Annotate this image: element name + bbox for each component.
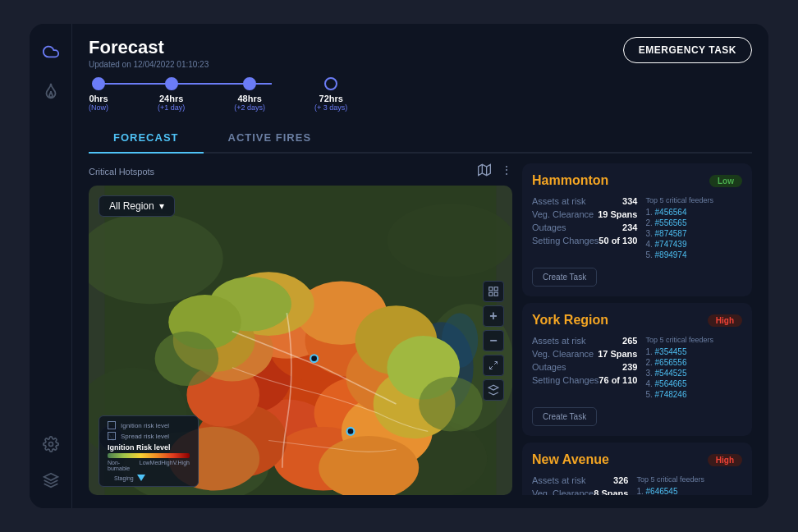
- map-legend: Ignition risk level Spread risk level Ig…: [99, 415, 199, 487]
- feeders-title-hammonton: Top 5 critical feeders: [645, 196, 742, 204]
- sidebar-settings-icon[interactable]: [39, 433, 62, 456]
- body-area: Critical Hotspots ⋮: [89, 163, 752, 495]
- timeline: 0hrs (Now) 24hrs (+1 day) 48hrs: [89, 77, 347, 112]
- timeline-label-2: 48hrs: [237, 94, 261, 103]
- card-body-avenue: Assets at risk 326 Veg. Clearance 8 Span…: [532, 475, 742, 495]
- svg-rect-49: [494, 292, 498, 296]
- create-task-hammonton[interactable]: Create Task: [532, 268, 597, 287]
- card-header-avenue: New Avenue High: [532, 452, 742, 467]
- stat-assets-hammonton: Assets at risk 334: [532, 196, 637, 206]
- sidebar-bottom: [39, 433, 62, 492]
- right-panel: Hammonton Low Assets at risk 334 Veg. Cl…: [522, 163, 752, 495]
- timeline-dot-3[interactable]: [324, 77, 337, 90]
- timeline-sub-2: (+2 days): [234, 103, 265, 112]
- grad-vhigh: V.High: [173, 460, 190, 471]
- grad-nonburnable: Non-burnable: [108, 460, 140, 471]
- badge-avenue: High: [708, 454, 742, 466]
- feeder-4-york: 4. #564665: [645, 379, 742, 388]
- sidebar-icon-cloud[interactable]: [39, 40, 62, 63]
- grad-high: High: [161, 460, 172, 471]
- tab-active-fires[interactable]: ACTIVE FIRES: [204, 123, 337, 154]
- timeline-label-1: 24hrs: [159, 94, 183, 103]
- feeders-title-york: Top 5 critical feeders: [645, 336, 742, 344]
- card-stats-york: Assets at risk 265 Veg. Clearance 17 Spa…: [532, 336, 637, 394]
- timeline-label-3: 72hrs: [319, 94, 343, 103]
- feeder-num: 4.: [645, 240, 654, 249]
- hotspot-card-york: York Region High Assets at risk 265 Veg.…: [522, 303, 752, 436]
- svg-marker-52: [488, 385, 498, 390]
- ignition-risk-title: Ignition Risk level: [108, 443, 190, 452]
- card-title-hammonton: Hammonton: [532, 173, 608, 188]
- svg-marker-2: [479, 164, 491, 175]
- stat-setting-hammonton: Setting Changes 50 of 130: [532, 236, 637, 245]
- timeline-dot-0[interactable]: [92, 77, 105, 90]
- card-body-hammonton: Assets at risk 334 Veg. Clearance 19 Spa…: [532, 196, 742, 261]
- zoom-in-button[interactable]: +: [483, 305, 504, 327]
- layers-map-button[interactable]: [483, 379, 504, 401]
- legend-spread-row: Spread risk level: [108, 432, 190, 440]
- feeder-1-avenue: 1. #646545: [636, 487, 742, 495]
- tab-forecast[interactable]: FORECAST: [89, 123, 204, 154]
- legend-spread-checkbox[interactable]: [108, 432, 116, 440]
- card-title-avenue: New Avenue: [532, 452, 609, 467]
- fullscreen-button[interactable]: [483, 355, 504, 376]
- timeline-sub-1: (+1 day): [158, 103, 185, 112]
- more-icon[interactable]: ⋮: [501, 163, 512, 179]
- header-left: Forecast Updated on 12/04/2022 01:10:23 …: [89, 37, 347, 112]
- gradient-bar: [108, 453, 190, 458]
- svg-rect-47: [494, 287, 498, 290]
- stat-outages-york: Outages 239: [532, 362, 637, 372]
- svg-point-40: [419, 377, 483, 432]
- stat-veg-hammonton: Veg. Clearance 19 Spans: [532, 209, 637, 219]
- staging-arrow: [137, 475, 145, 481]
- legend-ignition-label: Ignition risk level: [121, 422, 169, 429]
- timeline-dot-1[interactable]: [165, 77, 178, 90]
- section-title: Critical Hotspots: [89, 167, 154, 177]
- svg-marker-1: [44, 474, 57, 480]
- timeline-label-0: 0hrs: [89, 94, 108, 103]
- feeders-title-avenue: Top 5 critical feeders: [636, 475, 742, 484]
- grad-med: Med: [150, 460, 162, 471]
- sidebar-layers-icon[interactable]: [39, 469, 62, 492]
- map-region-selector[interactable]: All Region ▾: [99, 195, 175, 217]
- create-task-york[interactable]: Create Task: [532, 407, 597, 426]
- feeder-1-hammonton: 1. #456564: [645, 208, 742, 217]
- main-content: Forecast Updated on 12/04/2022 01:10:23 …: [72, 24, 768, 508]
- svg-point-41: [155, 331, 219, 386]
- feeder-2-hammonton: 2. #556565: [645, 218, 742, 227]
- sidebar-icon-fire[interactable]: [39, 80, 62, 103]
- staging-row: Staging: [108, 475, 190, 481]
- card-title-york: York Region: [532, 313, 608, 328]
- map-icon[interactable]: [478, 163, 491, 179]
- timeline-dot-2[interactable]: [243, 77, 256, 90]
- card-header-hammonton: Hammonton Low: [532, 173, 742, 188]
- feeders-york: Top 5 critical feeders 1. #354455 2. #65…: [645, 336, 742, 401]
- forecast-title: Forecast: [89, 37, 347, 58]
- map-controls: + −: [483, 281, 504, 401]
- feeder-num: 2.: [645, 218, 654, 227]
- feeder-3-hammonton: 3. #874587: [645, 229, 742, 238]
- legend-ignition-checkbox[interactable]: [108, 421, 116, 429]
- feeders-avenue: Top 5 critical feeders 1. #646545 2. #65…: [636, 475, 742, 495]
- stat-veg-york: Veg. Clearance 17 Spans: [532, 349, 637, 359]
- card-stats-avenue: Assets at risk 326 Veg. Clearance 8 Span…: [532, 475, 628, 495]
- feeder-3-york: 3. #544525: [645, 369, 742, 378]
- emergency-task-button[interactable]: EMERGENCY TASK: [623, 37, 752, 63]
- hotspot-card-hammonton: Hammonton Low Assets at risk 334 Veg. Cl…: [522, 163, 752, 296]
- feeder-5-york: 5. #748246: [645, 390, 742, 399]
- timeline-point-1: 24hrs (+1 day): [158, 77, 185, 112]
- header: Forecast Updated on 12/04/2022 01:10:23 …: [89, 37, 752, 112]
- hotspot-card-avenue: New Avenue High Assets at risk 326 Veg. …: [522, 443, 752, 495]
- map-grid-button[interactable]: [483, 281, 504, 302]
- staging-label: Staging: [114, 475, 134, 481]
- timeline-point-2: 48hrs (+2 days): [234, 77, 265, 112]
- stat-assets-york: Assets at risk 265: [532, 336, 637, 346]
- badge-hammonton: Low: [709, 175, 742, 187]
- feeder-num: 3.: [645, 229, 654, 238]
- card-body-york: Assets at risk 265 Veg. Clearance 17 Spa…: [532, 336, 742, 401]
- legend-spread-label: Spread risk level: [121, 433, 169, 440]
- timeline-sub-0: (Now): [89, 103, 108, 112]
- zoom-out-button[interactable]: −: [483, 330, 504, 351]
- svg-point-43: [311, 355, 317, 361]
- map-section: Critical Hotspots ⋮: [89, 163, 512, 495]
